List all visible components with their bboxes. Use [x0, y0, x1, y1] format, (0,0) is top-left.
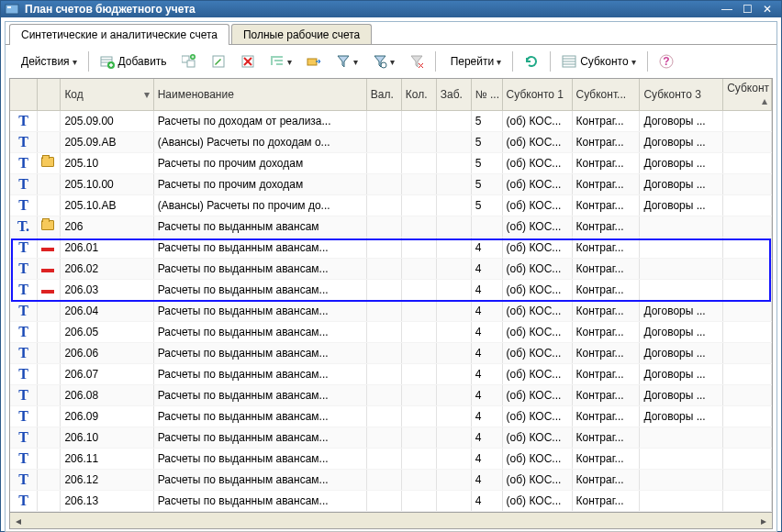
table-row[interactable]: Т205.09.00Расчеты по доходам от реализа.…: [10, 111, 772, 132]
name-cell: Расчеты по доходам от реализа...: [153, 111, 366, 132]
close-button[interactable]: ✕: [757, 1, 777, 17]
kol-cell: [401, 491, 436, 512]
scroll-up-icon: ▴: [762, 94, 767, 107]
col-icon[interactable]: [38, 79, 61, 111]
sort-indicator-icon: ▾: [144, 88, 150, 101]
sub2-cell: Контраг...: [572, 153, 640, 174]
table-row[interactable]: Т206.08Расчеты по выданным авансам...4(о…: [10, 385, 772, 406]
zab-cell: [436, 132, 471, 153]
zab-cell: [436, 406, 471, 427]
add-sub-button[interactable]: [175, 50, 203, 72]
scroll-left-button[interactable]: ◂: [10, 515, 27, 527]
filter-clear-button[interactable]: [403, 50, 430, 72]
sub2-cell: Контраг...: [572, 132, 640, 153]
delete-icon: [240, 54, 255, 69]
table-row[interactable]: Т205.09.АВ(Авансы) Расчеты по доходам о.…: [10, 132, 772, 153]
col-sub1[interactable]: Субконто 1: [502, 79, 572, 111]
move-button[interactable]: [300, 50, 328, 72]
val-cell: [366, 195, 401, 216]
no-cell: 5: [471, 132, 502, 153]
table-row[interactable]: Т205.10.00Расчеты по прочим доходам5(об)…: [10, 174, 772, 195]
subkonto-button[interactable]: Субконто▾: [555, 50, 642, 72]
kol-cell: [401, 364, 436, 385]
table-row[interactable]: Т206.03Расчеты по выданным авансам...4(о…: [10, 280, 772, 301]
separator: [88, 51, 89, 72]
no-cell: 4: [471, 343, 502, 364]
table-row[interactable]: Т206.07Расчеты по выданным авансам...4(о…: [10, 364, 772, 385]
col-code[interactable]: Код ▾: [61, 79, 153, 111]
col-zab[interactable]: Заб.: [436, 79, 471, 111]
scroll-right-button[interactable]: ▸: [755, 515, 772, 527]
table-row[interactable]: Т206.04Расчеты по выданным авансам...4(о…: [10, 301, 772, 322]
table-row[interactable]: Т206.06Расчеты по выданным авансам...4(о…: [10, 343, 772, 364]
sub1-cell: (об) КОС...: [502, 449, 572, 470]
edit-button[interactable]: [205, 50, 232, 72]
actions-button[interactable]: Действия▾: [11, 50, 84, 72]
table-row[interactable]: Т206.02Расчеты по выданным авансам...4(о…: [10, 259, 772, 280]
no-cell: 5: [471, 195, 502, 216]
code-cell: 206.07: [61, 364, 153, 385]
sub3-cell: [640, 491, 723, 512]
table-row[interactable]: Т206.12Расчеты по выданным авансам...4(о…: [10, 470, 772, 491]
col-sub3[interactable]: Субконто 3: [640, 79, 723, 111]
accounts-grid[interactable]: Код ▾ Наименование Вал. Кол. Заб. № ... …: [9, 78, 773, 513]
tab-full[interactable]: Полные рабочие счета: [231, 24, 372, 45]
hierarchy-button[interactable]: ▾: [263, 50, 298, 72]
name-cell: Расчеты по выданным авансам...: [153, 385, 366, 406]
col-no[interactable]: № ...: [471, 79, 502, 111]
goto-button[interactable]: Перейти▾: [441, 50, 508, 72]
sub4-cell: [723, 343, 772, 364]
add-button[interactable]: Добавить: [94, 50, 173, 72]
icon-cell: [38, 449, 61, 470]
val-cell: [366, 280, 401, 301]
table-row[interactable]: Т206.09Расчеты по выданным авансам...4(о…: [10, 406, 772, 427]
zab-cell: [436, 153, 471, 174]
kol-cell: [401, 301, 436, 322]
svg-rect-1: [7, 6, 11, 8]
icon-cell: [38, 111, 61, 132]
caret-icon: ▾: [631, 57, 636, 67]
col-sub2[interactable]: Субконт...: [572, 79, 640, 111]
minimize-button[interactable]: —: [717, 1, 737, 17]
code-cell: 206.04: [61, 301, 153, 322]
table-row[interactable]: Т206.11Расчеты по выданным авансам...4(о…: [10, 449, 772, 470]
col-kol[interactable]: Кол.: [401, 79, 436, 111]
sub3-cell: Договоры ...: [640, 195, 723, 216]
name-cell: Расчеты по выданным авансам...: [153, 491, 366, 512]
add-sub-icon: [182, 54, 196, 69]
col-type[interactable]: [10, 79, 38, 111]
sub4-cell: [723, 216, 772, 238]
maximize-button[interactable]: ☐: [737, 1, 757, 17]
sub1-cell: (об) КОС...: [502, 195, 572, 216]
name-cell: (Авансы) Расчеты по доходам о...: [153, 132, 366, 153]
tab-synthetic[interactable]: Синтетические и аналитические счета: [9, 24, 229, 45]
kol-cell: [401, 132, 436, 153]
no-cell: 5: [471, 111, 502, 132]
filter-button[interactable]: ▾: [330, 50, 364, 72]
sub2-cell: Контраг...: [572, 322, 640, 343]
table-row[interactable]: Т.206Расчеты по выданным авансам(об) КОС…: [10, 216, 772, 238]
help-button[interactable]: ?: [653, 50, 680, 72]
table-row[interactable]: Т206.01Расчеты по выданным авансам...4(о…: [10, 238, 772, 259]
col-val[interactable]: Вал.: [366, 79, 401, 111]
sub4-cell: [723, 491, 772, 512]
refresh-button[interactable]: [518, 50, 545, 72]
delete-button[interactable]: [234, 50, 262, 72]
table-row[interactable]: Т206.05Расчеты по выданным авансам...4(о…: [10, 322, 772, 343]
icon-cell: [38, 364, 61, 385]
code-cell: 206.03: [61, 280, 153, 301]
filter2-button[interactable]: ▾: [366, 50, 401, 72]
table-row[interactable]: Т206.13Расчеты по выданным авансам...4(о…: [10, 491, 772, 512]
zab-cell: [436, 427, 471, 449]
horizontal-scrollbar[interactable]: ◂ ▸: [9, 513, 773, 529]
table-row[interactable]: Т206.10Расчеты по выданным авансам...4(о…: [10, 427, 772, 449]
help-icon: ?: [659, 54, 674, 69]
tab-content: Действия▾ Добавить ▾ ▾ ▾ Перейти▾: [6, 44, 776, 78]
kol-cell: [401, 111, 436, 132]
type-cell: Т: [10, 301, 38, 322]
col-sub4[interactable]: Субконт ▴: [723, 79, 772, 111]
table-row[interactable]: Т205.10.АВ(Авансы) Расчеты по прочим до.…: [10, 195, 772, 216]
col-name[interactable]: Наименование: [153, 79, 366, 111]
no-cell: 5: [471, 174, 502, 195]
table-row[interactable]: Т205.10Расчеты по прочим доходам5(об) КО…: [10, 153, 772, 174]
